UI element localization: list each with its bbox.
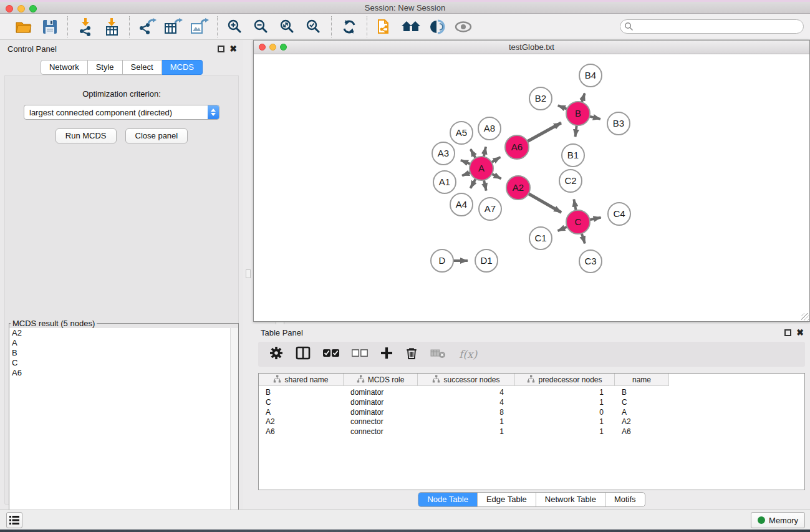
graphics-details-icon[interactable] — [427, 17, 447, 37]
minimize-window-button[interactable] — [17, 5, 25, 12]
function-builder-icon[interactable]: f(x) — [459, 348, 477, 360]
eye-icon[interactable] — [453, 17, 473, 37]
add-column-icon[interactable] — [380, 347, 393, 362]
table-cell[interactable]: 1 — [515, 417, 615, 427]
criterion-select[interactable]: largest connected component (directed) — [24, 105, 219, 120]
table-cell[interactable]: A6 — [615, 427, 669, 437]
home-icon[interactable] — [401, 17, 421, 37]
graph-node-B1[interactable]: B1 — [562, 144, 584, 167]
graph-node-D[interactable]: D — [431, 249, 453, 272]
minimize-network-button[interactable] — [269, 44, 276, 51]
table-cell[interactable]: 8 — [418, 407, 515, 417]
table-cell[interactable]: C — [259, 397, 344, 407]
search-field[interactable] — [620, 19, 804, 34]
graph-node-A7[interactable]: A7 — [479, 198, 501, 220]
column-header-name[interactable]: name — [615, 374, 669, 386]
import-table-icon[interactable] — [102, 17, 122, 37]
deselect-all-icon[interactable] — [352, 349, 368, 360]
split-panel-icon[interactable] — [296, 346, 311, 362]
table-cell[interactable]: 1 — [515, 397, 615, 407]
float-panel-icon[interactable] — [784, 329, 791, 336]
close-panel-icon[interactable]: ✖ — [229, 46, 237, 52]
graph-node-A4[interactable]: A4 — [450, 193, 473, 216]
table-cell[interactable]: dominator — [344, 397, 418, 407]
vertical-splitter[interactable] — [243, 40, 253, 510]
tab-motifs[interactable]: Motifs — [605, 493, 645, 506]
export-table-icon[interactable] — [163, 17, 183, 37]
open-file-icon[interactable] — [14, 17, 34, 37]
tab-network-table[interactable]: Network Table — [536, 493, 605, 506]
table-cell[interactable]: 0 — [515, 407, 615, 417]
table-cell[interactable]: connector — [344, 417, 418, 427]
table-cell[interactable]: 1 — [515, 387, 615, 397]
close-window-button[interactable] — [6, 5, 13, 12]
graph-node-B4[interactable]: B4 — [579, 64, 602, 87]
result-item[interactable]: A — [9, 338, 238, 348]
close-network-button[interactable] — [259, 44, 266, 51]
float-panel-icon[interactable] — [218, 46, 224, 52]
graph-node-A2[interactable]: A2 — [506, 176, 530, 200]
graph-node-B3[interactable]: B3 — [607, 112, 630, 135]
graph-node-C[interactable]: C — [566, 210, 590, 234]
graph-node-A8[interactable]: A8 — [478, 117, 501, 140]
table-cell[interactable]: A — [615, 407, 669, 417]
column-header-predecessor-nodes[interactable]: predecessor nodes — [515, 374, 615, 386]
table-cell[interactable]: A — [259, 407, 344, 417]
column-header-successor-nodes[interactable]: successor nodes — [418, 374, 515, 386]
table-cell[interactable]: C — [615, 397, 669, 407]
graph-node-B[interactable]: B — [566, 102, 590, 125]
delete-table-icon[interactable] — [430, 347, 446, 361]
tab-network[interactable]: Network — [41, 60, 88, 75]
graph-node-A5[interactable]: A5 — [450, 122, 473, 144]
save-session-icon[interactable] — [40, 17, 60, 37]
table-cell[interactable]: 4 — [418, 397, 515, 407]
tab-edge-table[interactable]: Edge Table — [477, 493, 536, 506]
refresh-icon[interactable] — [339, 17, 359, 37]
table-cell[interactable]: 1 — [418, 427, 515, 437]
graph-edge-A6-B[interactable] — [525, 123, 561, 143]
export-network-icon[interactable] — [137, 17, 157, 37]
new-network-from-selection-icon[interactable] — [375, 17, 395, 37]
gear-icon[interactable] — [269, 346, 283, 362]
table-cell[interactable]: A6 — [259, 427, 344, 437]
task-history-button[interactable] — [6, 512, 22, 528]
table-cell[interactable]: A2 — [615, 417, 669, 427]
close-panel-icon[interactable]: ✖ — [796, 329, 804, 336]
memory-button[interactable]: Memory — [751, 512, 805, 528]
graph-edge-A2-C[interactable] — [526, 192, 561, 212]
graph-node-A3[interactable]: A3 — [432, 142, 455, 165]
table-cell[interactable]: 1 — [515, 427, 615, 437]
table-cell[interactable]: A2 — [259, 417, 344, 427]
column-header-shared-name[interactable]: shared name — [259, 374, 344, 386]
close-panel-button[interactable]: Close panel — [125, 128, 188, 143]
graph-node-A1[interactable]: A1 — [433, 171, 456, 193]
graph-node-D1[interactable]: D1 — [475, 249, 498, 272]
result-item[interactable]: C — [9, 358, 238, 368]
tab-node-table[interactable]: Node Table — [418, 493, 477, 506]
zoom-selected-icon[interactable] — [304, 17, 324, 37]
network-canvas[interactable]: B4B2BB3A5A8A6B1A3AA1C2A2A4A7C4CC1C3DD1 — [254, 54, 809, 321]
column-header-MCDS-role[interactable]: MCDS role — [344, 374, 418, 386]
table-cell[interactable]: B — [615, 387, 669, 397]
table-cell[interactable]: dominator — [344, 407, 418, 417]
window-resize-grip[interactable] — [801, 313, 809, 321]
network-window-titlebar[interactable]: testGlobe.txt — [254, 41, 809, 54]
table-cell[interactable]: 1 — [418, 417, 515, 427]
splitter-handle[interactable] — [246, 269, 251, 278]
tab-mcds[interactable]: MCDS — [162, 60, 203, 75]
table-cell[interactable]: connector — [344, 427, 418, 437]
graph-node-A6[interactable]: A6 — [505, 135, 529, 159]
table-cell[interactable]: 4 — [418, 387, 515, 397]
zoom-window-button[interactable] — [29, 5, 37, 12]
graph-node-A[interactable]: A — [470, 157, 493, 180]
zoom-network-button[interactable] — [280, 44, 287, 51]
import-network-icon[interactable] — [75, 17, 95, 37]
export-image-icon[interactable] — [190, 17, 210, 37]
graph-node-C2[interactable]: C2 — [559, 170, 582, 192]
search-input[interactable] — [636, 21, 803, 32]
graph-node-C3[interactable]: C3 — [579, 250, 602, 273]
select-all-icon[interactable] — [323, 349, 339, 360]
scrollbar[interactable] — [230, 328, 238, 530]
result-item[interactable]: A6 — [9, 368, 238, 378]
result-item[interactable]: A2 — [9, 328, 238, 338]
